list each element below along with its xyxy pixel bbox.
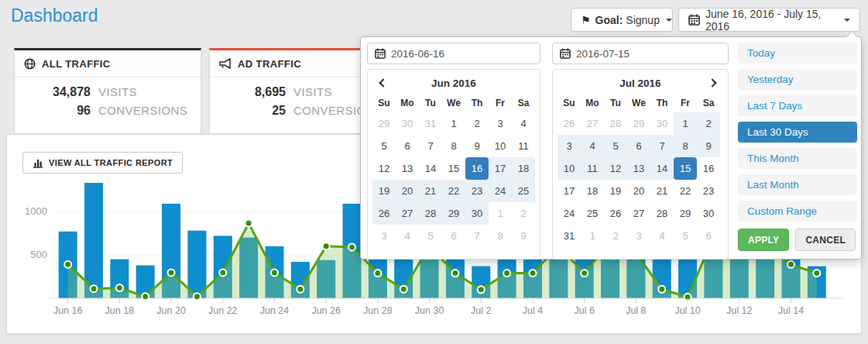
calendar-day[interactable]: 22: [442, 180, 465, 202]
chart-point[interactable]: [297, 286, 304, 293]
calendar-day[interactable]: 8: [674, 135, 697, 157]
chart-bar[interactable]: [187, 231, 206, 298]
chart-point[interactable]: [581, 270, 588, 277]
chart-point[interactable]: [271, 269, 278, 276]
calendar-day[interactable]: 18: [512, 157, 535, 180]
range-option-yesterday[interactable]: Yesterday: [738, 69, 857, 90]
calendar-day[interactable]: 7: [419, 135, 442, 157]
calendar-day[interactable]: 17: [489, 157, 512, 180]
range-option-this-month[interactable]: This Month: [738, 148, 857, 169]
chart-point[interactable]: [91, 285, 98, 292]
calendar-day[interactable]: 13: [396, 157, 419, 180]
calendar-day[interactable]: 21: [650, 180, 674, 202]
end-date-input[interactable]: [576, 48, 721, 60]
calendar-day[interactable]: 29: [442, 202, 465, 225]
apply-button[interactable]: APPLY: [738, 229, 789, 251]
calendar-day[interactable]: 4: [581, 135, 604, 157]
chart-point[interactable]: [245, 220, 252, 227]
calendar-day[interactable]: 11: [512, 135, 535, 157]
calendar-day[interactable]: 13: [627, 157, 650, 180]
range-option-last-30-days[interactable]: Last 30 Days: [738, 122, 857, 143]
chart-point[interactable]: [658, 286, 665, 293]
calendar-day[interactable]: 6: [396, 135, 419, 157]
calendar-day[interactable]: 28: [419, 202, 442, 225]
range-option-last-7-days[interactable]: Last 7 Days: [738, 95, 857, 116]
calendar-day[interactable]: 25: [512, 180, 535, 202]
next-month-icon[interactable]: [708, 78, 716, 87]
chart-point[interactable]: [787, 261, 794, 268]
goal-selector-button[interactable]: ⚑ Goal: Signup: [571, 8, 673, 32]
chart-point[interactable]: [374, 270, 381, 277]
chart-point[interactable]: [813, 270, 820, 277]
chart-bar[interactable]: [84, 183, 103, 298]
chart-point[interactable]: [194, 293, 201, 300]
chart-point[interactable]: [116, 284, 123, 291]
calendar-day[interactable]: 5: [372, 135, 396, 157]
calendar-day[interactable]: 20: [627, 180, 650, 202]
chart-point[interactable]: [323, 243, 330, 249]
chart-point[interactable]: [451, 270, 458, 277]
calendar-day[interactable]: 28: [650, 202, 674, 225]
calendar-day[interactable]: 26: [372, 202, 396, 225]
calendar-day[interactable]: 24: [558, 202, 581, 225]
calendar-day[interactable]: 2: [697, 112, 720, 135]
calendar-day[interactable]: 5: [604, 135, 627, 157]
calendar-day[interactable]: 19: [372, 180, 396, 202]
calendar-day[interactable]: 21: [419, 180, 442, 202]
calendar-day[interactable]: 11: [581, 157, 604, 180]
calendar-day[interactable]: 7: [650, 135, 674, 157]
calendar-day[interactable]: 10: [558, 157, 581, 180]
calendar-day[interactable]: 15: [442, 157, 465, 180]
chart-point[interactable]: [503, 270, 510, 277]
calendar-day[interactable]: 27: [627, 202, 650, 225]
chart-point[interactable]: [168, 269, 175, 276]
calendar-day[interactable]: 20: [396, 180, 419, 202]
chart-point[interactable]: [478, 286, 485, 293]
calendar-day[interactable]: 16: [465, 157, 489, 180]
calendar-day[interactable]: 1: [674, 112, 697, 135]
calendar-day[interactable]: 29: [674, 202, 697, 225]
calendar-day[interactable]: 2: [465, 112, 489, 135]
chart-point[interactable]: [64, 261, 71, 268]
calendar-day[interactable]: 6: [627, 135, 650, 157]
range-option-today[interactable]: Today: [738, 43, 857, 64]
calendar-day[interactable]: 10: [489, 135, 512, 157]
calendar-day[interactable]: 30: [697, 202, 720, 225]
calendar-day[interactable]: 12: [604, 157, 627, 180]
calendar-day[interactable]: 27: [396, 202, 419, 225]
calendar-day[interactable]: 15: [674, 157, 697, 180]
end-date-field[interactable]: [552, 43, 729, 64]
calendar-day[interactable]: 30: [465, 202, 489, 225]
range-option-custom-range[interactable]: Custom Range: [738, 201, 857, 222]
calendar-day[interactable]: 23: [697, 180, 720, 202]
calendar-day[interactable]: 9: [465, 135, 489, 157]
start-date-field[interactable]: [367, 43, 540, 64]
calendar-day[interactable]: 31: [558, 225, 581, 247]
calendar-day[interactable]: 16: [697, 157, 720, 180]
calendar-day[interactable]: 14: [419, 157, 442, 180]
range-option-last-month[interactable]: Last Month: [738, 174, 857, 195]
calendar-day[interactable]: 17: [558, 180, 581, 202]
chart-point[interactable]: [142, 293, 149, 300]
calendar-day[interactable]: 24: [489, 180, 512, 202]
chart-point[interactable]: [529, 270, 536, 277]
calendar-day[interactable]: 1: [442, 112, 465, 135]
calendar-day[interactable]: 22: [674, 180, 697, 202]
chart-point[interactable]: [400, 286, 407, 293]
calendar-day[interactable]: 19: [604, 180, 627, 202]
chart-point[interactable]: [348, 243, 355, 250]
date-range-button[interactable]: June 16, 2016 - July 15, 2016: [678, 8, 860, 32]
previous-month-icon[interactable]: [379, 78, 387, 87]
calendar-day[interactable]: 9: [697, 135, 720, 157]
calendar-day[interactable]: 23: [465, 180, 489, 202]
cancel-button[interactable]: CANCEL: [795, 229, 856, 251]
calendar-day[interactable]: 8: [442, 135, 465, 157]
calendar-day[interactable]: 4: [512, 112, 535, 135]
calendar-day[interactable]: 25: [581, 202, 604, 225]
calendar-day[interactable]: 14: [650, 157, 674, 180]
calendar-day[interactable]: 18: [581, 180, 604, 202]
calendar-day[interactable]: 3: [489, 112, 512, 135]
calendar-day[interactable]: 26: [604, 202, 627, 225]
calendar-day[interactable]: 3: [558, 135, 581, 157]
start-date-input[interactable]: [391, 48, 533, 60]
